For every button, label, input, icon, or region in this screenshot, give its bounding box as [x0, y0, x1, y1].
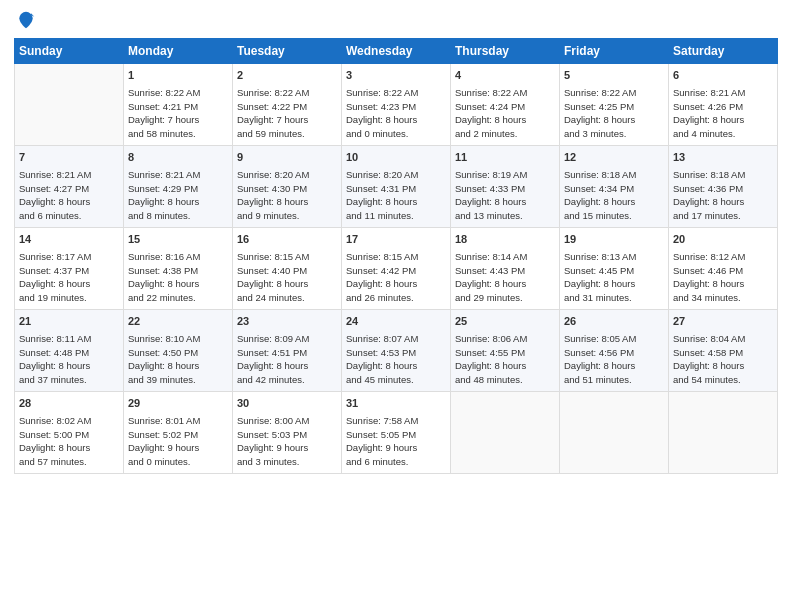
day-info-line: Sunset: 4:56 PM: [564, 346, 664, 360]
calendar-cell: 29Sunrise: 8:01 AMSunset: 5:02 PMDayligh…: [124, 392, 233, 474]
day-info-line: Daylight: 8 hours: [455, 195, 555, 209]
calendar-cell: 7Sunrise: 8:21 AMSunset: 4:27 PMDaylight…: [15, 146, 124, 228]
day-info-line: Sunrise: 8:05 AM: [564, 332, 664, 346]
day-info-line: Sunrise: 7:58 AM: [346, 414, 446, 428]
calendar-cell: 9Sunrise: 8:20 AMSunset: 4:30 PMDaylight…: [233, 146, 342, 228]
day-info-line: Daylight: 8 hours: [564, 113, 664, 127]
day-number: 6: [673, 68, 773, 84]
day-info-line: Sunrise: 8:09 AM: [237, 332, 337, 346]
day-info-line: Sunset: 4:29 PM: [128, 182, 228, 196]
logo: [14, 10, 36, 30]
day-info-line: and 45 minutes.: [346, 373, 446, 387]
day-info-line: Sunset: 5:03 PM: [237, 428, 337, 442]
day-info-line: Sunrise: 8:01 AM: [128, 414, 228, 428]
day-number: 8: [128, 150, 228, 166]
day-number: 7: [19, 150, 119, 166]
day-number: 1: [128, 68, 228, 84]
day-number: 29: [128, 396, 228, 412]
day-info-line: Sunrise: 8:22 AM: [564, 86, 664, 100]
day-info-line: Daylight: 8 hours: [346, 113, 446, 127]
day-info-line: Sunset: 4:55 PM: [455, 346, 555, 360]
day-info-line: Sunrise: 8:22 AM: [237, 86, 337, 100]
day-info-line: Sunrise: 8:22 AM: [455, 86, 555, 100]
day-info-line: and 6 minutes.: [346, 455, 446, 469]
day-info-line: Daylight: 8 hours: [19, 195, 119, 209]
day-info-line: Sunrise: 8:07 AM: [346, 332, 446, 346]
day-info-line: Daylight: 8 hours: [673, 113, 773, 127]
calendar-cell: 10Sunrise: 8:20 AMSunset: 4:31 PMDayligh…: [342, 146, 451, 228]
day-info-line: Daylight: 8 hours: [237, 359, 337, 373]
day-info-line: Sunset: 4:50 PM: [128, 346, 228, 360]
calendar-cell: 18Sunrise: 8:14 AMSunset: 4:43 PMDayligh…: [451, 228, 560, 310]
day-info-line: and 11 minutes.: [346, 209, 446, 223]
day-info-line: Sunrise: 8:18 AM: [673, 168, 773, 182]
day-number: 5: [564, 68, 664, 84]
day-info-line: and 22 minutes.: [128, 291, 228, 305]
day-info-line: Sunrise: 8:14 AM: [455, 250, 555, 264]
day-number: 25: [455, 314, 555, 330]
calendar-cell: 23Sunrise: 8:09 AMSunset: 4:51 PMDayligh…: [233, 310, 342, 392]
calendar-cell: 27Sunrise: 8:04 AMSunset: 4:58 PMDayligh…: [669, 310, 778, 392]
day-header-sunday: Sunday: [15, 39, 124, 64]
day-info-line: Sunset: 5:00 PM: [19, 428, 119, 442]
day-number: 3: [346, 68, 446, 84]
day-info-line: Sunrise: 8:16 AM: [128, 250, 228, 264]
day-info-line: Daylight: 9 hours: [346, 441, 446, 455]
day-info-line: and 17 minutes.: [673, 209, 773, 223]
day-number: 24: [346, 314, 446, 330]
day-info-line: Daylight: 8 hours: [564, 277, 664, 291]
calendar-cell: 14Sunrise: 8:17 AMSunset: 4:37 PMDayligh…: [15, 228, 124, 310]
calendar-cell: 11Sunrise: 8:19 AMSunset: 4:33 PMDayligh…: [451, 146, 560, 228]
day-info-line: Daylight: 8 hours: [455, 359, 555, 373]
calendar-cell: 17Sunrise: 8:15 AMSunset: 4:42 PMDayligh…: [342, 228, 451, 310]
day-info-line: Sunrise: 8:18 AM: [564, 168, 664, 182]
calendar-cell: 12Sunrise: 8:18 AMSunset: 4:34 PMDayligh…: [560, 146, 669, 228]
day-number: 13: [673, 150, 773, 166]
calendar-cell: 2Sunrise: 8:22 AMSunset: 4:22 PMDaylight…: [233, 64, 342, 146]
calendar-cell: 15Sunrise: 8:16 AMSunset: 4:38 PMDayligh…: [124, 228, 233, 310]
day-info-line: Daylight: 8 hours: [564, 359, 664, 373]
calendar-cell: 21Sunrise: 8:11 AMSunset: 4:48 PMDayligh…: [15, 310, 124, 392]
day-info-line: Daylight: 8 hours: [455, 113, 555, 127]
day-info-line: and 31 minutes.: [564, 291, 664, 305]
day-info-line: Daylight: 8 hours: [128, 277, 228, 291]
day-info-line: Daylight: 9 hours: [128, 441, 228, 455]
day-info-line: Sunrise: 8:20 AM: [237, 168, 337, 182]
calendar-cell: 20Sunrise: 8:12 AMSunset: 4:46 PMDayligh…: [669, 228, 778, 310]
day-header-monday: Monday: [124, 39, 233, 64]
day-header-friday: Friday: [560, 39, 669, 64]
calendar-table: SundayMondayTuesdayWednesdayThursdayFrid…: [14, 38, 778, 474]
day-info-line: and 8 minutes.: [128, 209, 228, 223]
day-info-line: and 3 minutes.: [564, 127, 664, 141]
calendar-cell: [669, 392, 778, 474]
day-info-line: and 48 minutes.: [455, 373, 555, 387]
calendar-cell: 19Sunrise: 8:13 AMSunset: 4:45 PMDayligh…: [560, 228, 669, 310]
day-number: 4: [455, 68, 555, 84]
calendar-cell: 22Sunrise: 8:10 AMSunset: 4:50 PMDayligh…: [124, 310, 233, 392]
day-info-line: Sunrise: 8:21 AM: [128, 168, 228, 182]
day-info-line: and 2 minutes.: [455, 127, 555, 141]
calendar-cell: 8Sunrise: 8:21 AMSunset: 4:29 PMDaylight…: [124, 146, 233, 228]
day-info-line: Sunrise: 8:19 AM: [455, 168, 555, 182]
calendar-cell: 5Sunrise: 8:22 AMSunset: 4:25 PMDaylight…: [560, 64, 669, 146]
week-row-1: 7Sunrise: 8:21 AMSunset: 4:27 PMDaylight…: [15, 146, 778, 228]
day-info-line: and 29 minutes.: [455, 291, 555, 305]
day-info-line: Sunset: 4:46 PM: [673, 264, 773, 278]
day-info-line: Daylight: 9 hours: [237, 441, 337, 455]
day-info-line: and 15 minutes.: [564, 209, 664, 223]
day-info-line: Sunrise: 8:21 AM: [673, 86, 773, 100]
day-info-line: Sunset: 4:27 PM: [19, 182, 119, 196]
day-number: 19: [564, 232, 664, 248]
day-info-line: Daylight: 8 hours: [346, 359, 446, 373]
calendar-cell: 1Sunrise: 8:22 AMSunset: 4:21 PMDaylight…: [124, 64, 233, 146]
day-number: 9: [237, 150, 337, 166]
calendar-cell: 25Sunrise: 8:06 AMSunset: 4:55 PMDayligh…: [451, 310, 560, 392]
calendar-header-row: SundayMondayTuesdayWednesdayThursdayFrid…: [15, 39, 778, 64]
calendar-cell: 30Sunrise: 8:00 AMSunset: 5:03 PMDayligh…: [233, 392, 342, 474]
day-info-line: and 51 minutes.: [564, 373, 664, 387]
day-info-line: Daylight: 8 hours: [128, 359, 228, 373]
day-info-line: Sunrise: 8:12 AM: [673, 250, 773, 264]
calendar-cell: 6Sunrise: 8:21 AMSunset: 4:26 PMDaylight…: [669, 64, 778, 146]
header: [14, 10, 778, 30]
week-row-2: 14Sunrise: 8:17 AMSunset: 4:37 PMDayligh…: [15, 228, 778, 310]
